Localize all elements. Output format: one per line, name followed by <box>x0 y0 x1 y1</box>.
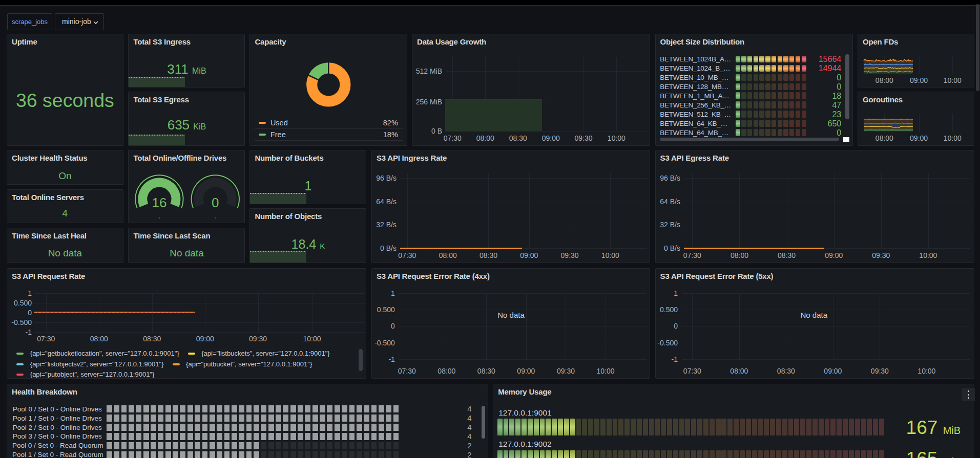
svg-text:0: 0 <box>212 195 219 210</box>
svg-text:16: 16 <box>152 195 167 210</box>
